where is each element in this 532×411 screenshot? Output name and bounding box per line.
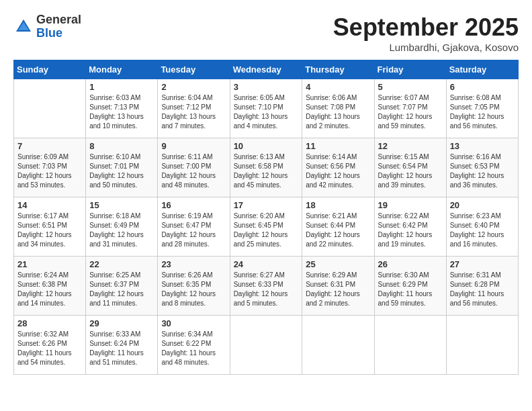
- calendar-header-row: SundayMondayTuesdayWednesdayThursdayFrid…: [14, 60, 519, 79]
- calendar-cell: 24Sunrise: 6:27 AM Sunset: 6:33 PM Dayli…: [230, 257, 302, 316]
- day-info: Sunrise: 6:05 AM Sunset: 7:10 PM Dayligh…: [234, 93, 299, 131]
- calendar-cell: 22Sunrise: 6:25 AM Sunset: 6:37 PM Dayli…: [86, 257, 158, 316]
- weekday-header-monday: Monday: [86, 60, 158, 79]
- weekday-header-sunday: Sunday: [14, 60, 86, 79]
- calendar-cell: 30Sunrise: 6:34 AM Sunset: 6:22 PM Dayli…: [158, 316, 230, 375]
- calendar-cell: 11Sunrise: 6:14 AM Sunset: 6:56 PM Dayli…: [302, 138, 374, 197]
- day-info: Sunrise: 6:23 AM Sunset: 6:40 PM Dayligh…: [450, 212, 515, 249]
- day-info: Sunrise: 6:27 AM Sunset: 6:33 PM Dayligh…: [234, 271, 299, 308]
- day-number: 22: [89, 259, 154, 269]
- day-number: 27: [450, 259, 515, 269]
- day-number: 20: [450, 200, 515, 210]
- day-number: 15: [89, 200, 154, 210]
- calendar-cell: 28Sunrise: 6:32 AM Sunset: 6:26 PM Dayli…: [14, 316, 86, 375]
- day-number: 16: [161, 200, 226, 210]
- calendar-cell: 6Sunrise: 6:08 AM Sunset: 7:05 PM Daylig…: [446, 79, 518, 138]
- calendar-table: SundayMondayTuesdayWednesdayThursdayFrid…: [13, 60, 519, 375]
- calendar-cell: 17Sunrise: 6:20 AM Sunset: 6:45 PM Dayli…: [230, 197, 302, 257]
- day-info: Sunrise: 6:13 AM Sunset: 6:58 PM Dayligh…: [234, 152, 299, 190]
- day-number: 26: [378, 259, 443, 269]
- day-number: 11: [306, 141, 370, 151]
- day-number: 24: [234, 259, 299, 269]
- day-info: Sunrise: 6:32 AM Sunset: 6:26 PM Dayligh…: [17, 330, 82, 367]
- day-number: 17: [234, 200, 299, 210]
- calendar-cell: [302, 316, 374, 375]
- calendar-cell: 21Sunrise: 6:24 AM Sunset: 6:38 PM Dayli…: [14, 257, 86, 316]
- day-number: 28: [17, 318, 82, 328]
- day-info: Sunrise: 6:34 AM Sunset: 6:22 PM Dayligh…: [161, 330, 226, 367]
- weekday-header-wednesday: Wednesday: [230, 60, 302, 79]
- day-info: Sunrise: 6:08 AM Sunset: 7:05 PM Dayligh…: [450, 93, 515, 131]
- day-number: 1: [89, 82, 154, 92]
- calendar-cell: [14, 79, 86, 138]
- weekday-header-friday: Friday: [374, 60, 446, 79]
- calendar-cell: 1Sunrise: 6:03 AM Sunset: 7:13 PM Daylig…: [86, 79, 158, 138]
- day-info: Sunrise: 6:31 AM Sunset: 6:28 PM Dayligh…: [450, 271, 515, 308]
- calendar-cell: 14Sunrise: 6:17 AM Sunset: 6:51 PM Dayli…: [14, 197, 86, 257]
- day-number: 6: [450, 82, 515, 92]
- calendar-cell: 9Sunrise: 6:11 AM Sunset: 7:00 PM Daylig…: [158, 138, 230, 197]
- calendar-week-row: 7Sunrise: 6:09 AM Sunset: 7:03 PM Daylig…: [14, 138, 519, 197]
- day-number: 19: [378, 200, 443, 210]
- calendar-cell: 13Sunrise: 6:16 AM Sunset: 6:53 PM Dayli…: [446, 138, 518, 197]
- day-info: Sunrise: 6:03 AM Sunset: 7:13 PM Dayligh…: [89, 93, 154, 131]
- logo-text: General Blue: [36, 13, 81, 40]
- weekday-header-thursday: Thursday: [302, 60, 374, 79]
- weekday-header-saturday: Saturday: [446, 60, 518, 79]
- calendar-cell: 25Sunrise: 6:29 AM Sunset: 6:31 PM Dayli…: [302, 257, 374, 316]
- calendar-cell: 12Sunrise: 6:15 AM Sunset: 6:54 PM Dayli…: [374, 138, 446, 197]
- day-info: Sunrise: 6:17 AM Sunset: 6:51 PM Dayligh…: [17, 212, 82, 249]
- day-info: Sunrise: 6:09 AM Sunset: 7:03 PM Dayligh…: [17, 152, 82, 190]
- calendar-cell: 27Sunrise: 6:31 AM Sunset: 6:28 PM Dayli…: [446, 257, 518, 316]
- calendar-week-row: 28Sunrise: 6:32 AM Sunset: 6:26 PM Dayli…: [14, 316, 519, 375]
- calendar-cell: 26Sunrise: 6:30 AM Sunset: 6:29 PM Dayli…: [374, 257, 446, 316]
- calendar-cell: 7Sunrise: 6:09 AM Sunset: 7:03 PM Daylig…: [14, 138, 86, 197]
- day-info: Sunrise: 6:04 AM Sunset: 7:12 PM Dayligh…: [161, 93, 226, 131]
- day-number: 21: [17, 259, 82, 269]
- day-number: 5: [378, 82, 443, 92]
- day-number: 9: [161, 141, 226, 151]
- day-info: Sunrise: 6:22 AM Sunset: 6:42 PM Dayligh…: [378, 212, 443, 249]
- day-number: 29: [89, 318, 154, 328]
- logo-icon: [13, 17, 34, 37]
- calendar-cell: [374, 316, 446, 375]
- day-number: 23: [161, 259, 226, 269]
- calendar-cell: 5Sunrise: 6:07 AM Sunset: 7:07 PM Daylig…: [374, 79, 446, 138]
- day-info: Sunrise: 6:15 AM Sunset: 6:54 PM Dayligh…: [378, 152, 443, 190]
- day-info: Sunrise: 6:25 AM Sunset: 6:37 PM Dayligh…: [89, 271, 154, 308]
- calendar-cell: 4Sunrise: 6:06 AM Sunset: 7:08 PM Daylig…: [302, 79, 374, 138]
- day-number: 14: [17, 200, 82, 210]
- calendar-cell: 15Sunrise: 6:18 AM Sunset: 6:49 PM Dayli…: [86, 197, 158, 257]
- day-info: Sunrise: 6:07 AM Sunset: 7:07 PM Dayligh…: [378, 93, 443, 131]
- calendar-cell: [230, 316, 302, 375]
- day-number: 30: [161, 318, 226, 328]
- day-info: Sunrise: 6:30 AM Sunset: 6:29 PM Dayligh…: [378, 271, 443, 308]
- logo: General Blue: [13, 13, 81, 40]
- calendar-week-row: 21Sunrise: 6:24 AM Sunset: 6:38 PM Dayli…: [14, 257, 519, 316]
- day-info: Sunrise: 6:26 AM Sunset: 6:35 PM Dayligh…: [161, 271, 226, 308]
- weekday-header-tuesday: Tuesday: [158, 60, 230, 79]
- day-number: 12: [378, 141, 443, 151]
- day-info: Sunrise: 6:29 AM Sunset: 6:31 PM Dayligh…: [306, 271, 370, 308]
- calendar-week-row: 14Sunrise: 6:17 AM Sunset: 6:51 PM Dayli…: [14, 197, 519, 257]
- day-info: Sunrise: 6:20 AM Sunset: 6:45 PM Dayligh…: [234, 212, 299, 249]
- calendar-week-row: 1Sunrise: 6:03 AM Sunset: 7:13 PM Daylig…: [14, 79, 519, 138]
- day-info: Sunrise: 6:33 AM Sunset: 6:24 PM Dayligh…: [89, 330, 154, 367]
- day-number: 7: [17, 141, 82, 151]
- day-number: 10: [234, 141, 299, 151]
- calendar-cell: 29Sunrise: 6:33 AM Sunset: 6:24 PM Dayli…: [86, 316, 158, 375]
- day-info: Sunrise: 6:16 AM Sunset: 6:53 PM Dayligh…: [450, 152, 515, 190]
- calendar-cell: 3Sunrise: 6:05 AM Sunset: 7:10 PM Daylig…: [230, 79, 302, 138]
- calendar-cell: 18Sunrise: 6:21 AM Sunset: 6:44 PM Dayli…: [302, 197, 374, 257]
- title-block: September 2025 Lumbardhi, Gjakova, Kosov…: [333, 13, 519, 53]
- day-info: Sunrise: 6:21 AM Sunset: 6:44 PM Dayligh…: [306, 212, 370, 249]
- day-number: 18: [306, 200, 370, 210]
- day-number: 8: [89, 141, 154, 151]
- calendar-cell: 20Sunrise: 6:23 AM Sunset: 6:40 PM Dayli…: [446, 197, 518, 257]
- day-info: Sunrise: 6:06 AM Sunset: 7:08 PM Dayligh…: [306, 93, 370, 131]
- location-subtitle: Lumbardhi, Gjakova, Kosovo: [333, 42, 519, 53]
- calendar-cell: 2Sunrise: 6:04 AM Sunset: 7:12 PM Daylig…: [158, 79, 230, 138]
- day-number: 3: [234, 82, 299, 92]
- day-number: 13: [450, 141, 515, 151]
- calendar-cell: 23Sunrise: 6:26 AM Sunset: 6:35 PM Dayli…: [158, 257, 230, 316]
